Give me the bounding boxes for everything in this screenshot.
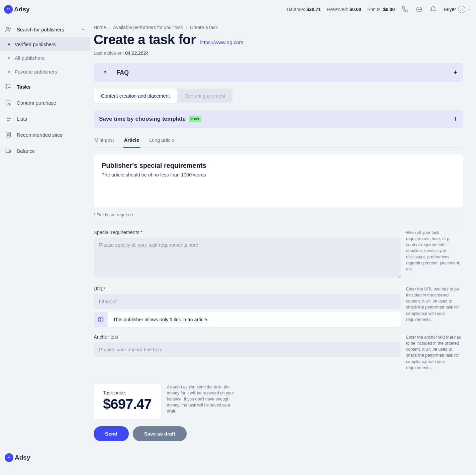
special-requirements-input[interactable]: [94, 238, 401, 278]
users-icon: [5, 26, 12, 33]
plus-icon[interactable]: +: [453, 68, 458, 77]
logo-icon: [5, 453, 13, 462]
field-url: URL* This publisher allows only 1 link i…: [94, 286, 463, 327]
logo-text: Adsy: [14, 6, 29, 13]
price-card: Task price: $697.47: [94, 384, 161, 419]
topbar-right: Balance: $30.71 Reserved: $0.00 Bonus: $…: [287, 6, 471, 13]
price-label: Task price:: [103, 390, 152, 395]
sidebar-item-label: Content purchase: [17, 100, 56, 106]
svg-point-29: [8, 457, 8, 457]
field-label: Anchor text: [94, 334, 401, 340]
svg-point-3: [9, 9, 9, 9]
content-type-tabs: Mini-post Article Long article: [94, 134, 463, 148]
balance-block[interactable]: Balance: $30.71: [287, 7, 321, 12]
svg-rect-11: [6, 84, 7, 85]
svg-point-6: [419, 9, 420, 10]
sidebar-item-tasks[interactable]: Tasks: [0, 79, 90, 95]
logo-text: Adsy: [15, 454, 30, 461]
faq-title: FAQ: [116, 69, 129, 76]
user-menu[interactable]: Buyer: [444, 6, 471, 13]
crumb-current: Create a task: [190, 25, 218, 30]
url-info: This publisher allows only 1 link in an …: [94, 312, 401, 327]
document-edit-icon: [5, 99, 12, 106]
faq-question-icon: ?: [99, 68, 111, 77]
send-button[interactable]: Send: [94, 426, 129, 441]
field-anchor: Anchor text Enter the anchor text that h…: [94, 334, 463, 371]
sidebar-item-favorite[interactable]: Favorite publishers: [0, 65, 90, 79]
bell-icon[interactable]: [430, 6, 437, 13]
reserved-block[interactable]: Reserved: $0.00: [327, 7, 361, 12]
svg-point-26: [100, 318, 101, 319]
field-hint: Write all your task requirements here, e…: [406, 230, 463, 272]
pill-content-creation[interactable]: Content creation and placement: [94, 89, 177, 103]
logo[interactable]: Adsy: [4, 5, 29, 14]
chevron-right-icon: ›: [109, 25, 110, 30]
logo-icon: [4, 5, 13, 14]
price-row: Task price: $697.47 As soon as you send …: [94, 384, 463, 419]
tab-article[interactable]: Article: [123, 134, 140, 148]
sidebar-item-recommended[interactable]: Recommended sites: [0, 127, 90, 143]
pill-content-placement[interactable]: Content placement: [177, 89, 233, 103]
svg-point-10: [9, 28, 10, 29]
svg-rect-12: [6, 87, 7, 88]
svg-point-2: [7, 9, 8, 9]
footer-logo[interactable]: Adsy: [4, 453, 463, 462]
avatar-icon: [458, 6, 465, 13]
sidebar-item-lists[interactable]: Lists: [0, 111, 90, 127]
info-text: This publisher allows only 1 link in an …: [108, 312, 214, 327]
price-hint: As soon as you send the task, the money …: [167, 384, 237, 419]
form-actions: Send Save as draft: [94, 426, 463, 441]
publisher-requirements-box: Publisher's special requirements The art…: [94, 154, 463, 208]
svg-point-5: [418, 9, 418, 10]
page-title: Create a task for: [94, 32, 196, 47]
requirements-text: The article should be of no less than 10…: [102, 172, 455, 177]
sidebar-item-label: Recommended sites: [17, 132, 63, 138]
svg-point-9: [7, 27, 9, 29]
sidebar-item-verified[interactable]: Verified publishers: [0, 37, 90, 51]
template-title: Save time by choosing template: [99, 116, 186, 122]
tab-long-article[interactable]: Long article: [149, 134, 175, 147]
field-hint: Enter the URL that has to be included in…: [406, 286, 463, 323]
phone-icon[interactable]: [401, 6, 409, 13]
url-input[interactable]: [94, 294, 401, 309]
crumb-available[interactable]: Available performers for your task: [113, 25, 183, 30]
anchor-input[interactable]: [94, 342, 401, 357]
save-draft-button[interactable]: Save as draft: [133, 426, 187, 441]
dot-icon: [8, 57, 10, 59]
list-icon: [5, 115, 12, 122]
chevron-right-icon: ›: [186, 25, 187, 30]
divider: [94, 222, 463, 222]
template-panel[interactable]: Save time by choosing template new +: [94, 110, 463, 128]
field-label: Special requirements *: [94, 230, 401, 235]
topbar: Adsy Balance: $30.71 Reserved: $0.00 Bon…: [0, 0, 476, 19]
crumb-home[interactable]: Home: [94, 25, 106, 30]
last-active: Last active on: 04.02.2024: [94, 50, 463, 56]
requirements-title: Publisher's special requirements: [102, 162, 455, 169]
bonus-block[interactable]: Bonus: $0.00: [367, 7, 395, 12]
field-hint: Enter the anchor text that has to be inc…: [406, 334, 463, 371]
sidebar-item-label: Verified publishers: [15, 41, 56, 47]
sidebar-item-label: Lists: [17, 116, 27, 122]
sidebar-item-balance[interactable]: Balance: [0, 143, 90, 159]
task-url-link[interactable]: https://www.qq.com: [200, 39, 243, 45]
chat-icon[interactable]: [415, 6, 423, 13]
star-doc-icon: [5, 131, 12, 138]
user-role: Buyer: [444, 7, 456, 12]
chevron-down-icon: [81, 27, 86, 32]
faq-panel[interactable]: ? FAQ +: [94, 63, 463, 82]
tab-mini-post[interactable]: Mini-post: [94, 134, 115, 147]
svg-rect-22: [6, 132, 10, 137]
sidebar-label: Search for publishers: [17, 27, 64, 32]
sidebar-item-content-purchase[interactable]: Content purchase: [0, 95, 90, 111]
plus-icon[interactable]: +: [453, 115, 458, 123]
sidebar-item-all[interactable]: All publishers: [0, 51, 90, 65]
svg-point-7: [420, 9, 421, 10]
tasks-icon: [5, 83, 12, 90]
main: Home › Available performers for your tas…: [90, 0, 472, 475]
sidebar-item-label: Tasks: [17, 84, 30, 90]
sidebar-item-label: All publishers: [15, 55, 44, 61]
required-hint: * Fields are required: [94, 212, 463, 217]
sidebar-search-publishers[interactable]: Search for publishers: [0, 21, 90, 37]
wallet-icon: [5, 147, 12, 154]
breadcrumb: Home › Available performers for your tas…: [94, 25, 463, 30]
